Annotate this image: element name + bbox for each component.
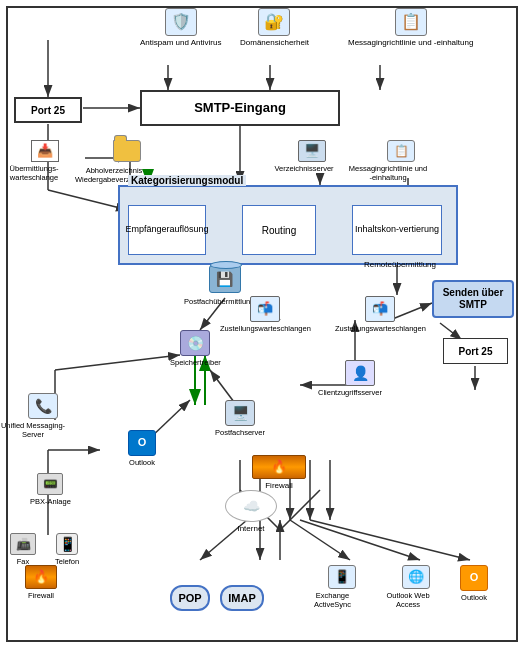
zustellungs2-icon-group: 📬 Zustellungswarteschlangen xyxy=(355,296,405,333)
messaging-top-label: Messagingrichtlinie und -einhaltung xyxy=(348,38,473,48)
domaenen-icon-group: 🔐 Domänensicherheit xyxy=(240,8,309,48)
unified-label: Unified Messaging-Server xyxy=(0,421,68,439)
fax-icon-group: 📠 Fax xyxy=(10,533,36,566)
empfaenger-box: Empfängerauflösung xyxy=(128,205,206,255)
svg-line-12 xyxy=(48,190,128,210)
outlook-bottom-icon-group: O Outlook xyxy=(460,565,488,602)
firewall-left-icon-group: 🔥 Firewall xyxy=(25,565,57,600)
pbx-label: PBX-Anlage xyxy=(30,497,71,506)
port25-output: Port 25 xyxy=(443,338,508,364)
svg-line-33 xyxy=(280,490,320,530)
messaging-mid-label: Messagingrichtlinie und -einhaltung xyxy=(348,164,428,182)
pbx-icon-group: 📟 PBX-Anlage xyxy=(30,473,71,506)
clientzugriff-label: Clientzugriffsserver xyxy=(315,388,385,397)
zustellungs1-label: Zustellungswarteschlangen xyxy=(220,324,290,333)
svg-line-36 xyxy=(290,520,350,560)
verzeichnis-icon-group: 🖥️ Verzeichnisserver xyxy=(290,140,334,173)
uebermittlung-label: Übermittlungs-warteschlange xyxy=(0,164,69,182)
zustellungs1-icon-group: 📬 Zustellungswarteschlangen xyxy=(240,296,290,333)
smtp-eingang-box: SMTP-Eingang xyxy=(140,90,340,126)
speichertreiber-icon-group: 💿 Speichertreiber xyxy=(170,330,221,367)
internet-icon-group: ☁️ Internet xyxy=(225,490,277,534)
clientzugriff-icon-group: 👤 Clientzugriffsserver xyxy=(335,360,385,397)
domaenensicherheit-label: Domänensicherheit xyxy=(240,38,309,48)
senden-smtp-box: Senden über SMTP xyxy=(432,280,514,318)
remoteuebermittlung-label: Remoteübermittlung xyxy=(360,260,440,269)
unified-icon-group: 📞 Unified Messaging-Server xyxy=(18,393,68,439)
speichertreiber-label: Speichertreiber xyxy=(170,358,221,367)
uebermittlung-icon-group: 📥 Übermittlungs-warteschlange xyxy=(20,140,69,182)
antispam-icon-group: 🛡️ Antispam und Antivirus xyxy=(140,8,221,48)
svg-line-37 xyxy=(300,520,420,560)
svg-line-38 xyxy=(310,520,470,560)
inhaltskon-box: Inhaltskon-vertierung xyxy=(352,205,442,255)
routing-box: Routing xyxy=(242,205,316,255)
outlook-left-icon-group: O Outlook xyxy=(128,430,156,467)
postfachserver-icon-group: 🖥️ Postfachserver xyxy=(215,400,265,437)
outlook-web-label: Outlook Web Access xyxy=(378,591,438,609)
verzeichnis-label: Verzeichnisserver xyxy=(274,164,334,173)
messaging-mid-icon-group: 📋 Messagingrichtlinie und -einhaltung xyxy=(374,140,428,182)
outlook-web-icon-group: 🌐 Outlook Web Access xyxy=(394,565,438,609)
svg-line-30 xyxy=(55,355,180,370)
telefon-icon-group: 📱 Telefon xyxy=(55,533,79,566)
messaging-top-icon-group: 📋 Messagingrichtlinie und -einhaltung xyxy=(348,8,473,48)
telefon-label: Telefon xyxy=(55,557,79,566)
firewall-mid-label: Firewall xyxy=(265,481,293,491)
outlook-left-label: Outlook xyxy=(129,458,155,467)
internet-label: Internet xyxy=(237,524,264,534)
zustellungs2-label: Zustellungswarteschlangen xyxy=(335,324,405,333)
port25-input: Port 25 xyxy=(14,97,82,123)
pop-box: POP xyxy=(170,585,210,611)
outlook-bottom-label: Outlook xyxy=(461,593,487,602)
diagram-container: 🛡️ Antispam und Antivirus 🔐 Domänensiche… xyxy=(0,0,525,649)
postfachserver-label: Postfachserver xyxy=(215,428,265,437)
imap-box: IMAP xyxy=(220,585,264,611)
exchange-activesync-label: Exchange ActiveSync xyxy=(300,591,365,609)
kategorisierung-label: Kategorisierungsmodul xyxy=(128,175,246,186)
firewall-mid-icon-group: 🔥 Firewall xyxy=(252,455,306,491)
firewall-left-label: Firewall xyxy=(28,591,54,600)
exchange-activesync-icon-group: 📱 Exchange ActiveSync xyxy=(318,565,365,609)
antispam-label: Antispam und Antivirus xyxy=(140,38,221,48)
